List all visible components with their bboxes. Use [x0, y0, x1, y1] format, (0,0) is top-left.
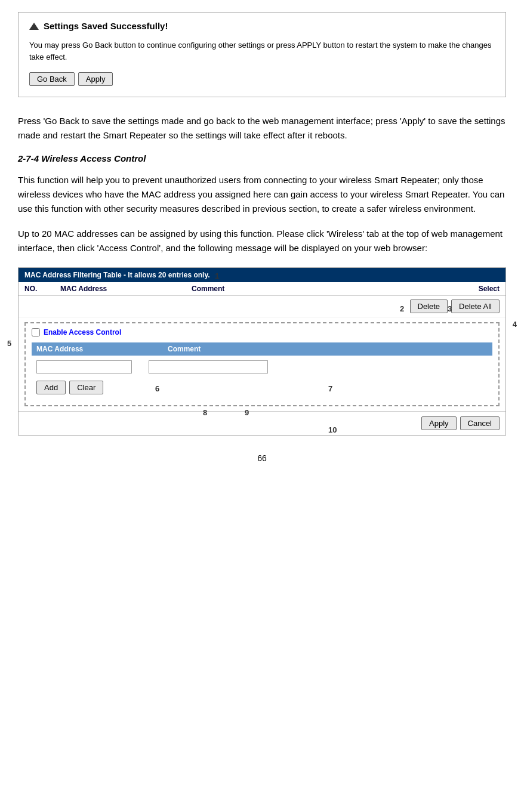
- inner-col-comment-label: Comment: [168, 345, 488, 353]
- mac-empty-row: Delete Delete All: [19, 296, 505, 317]
- mac-columns-header: NO. MAC Address Comment Select: [19, 282, 505, 296]
- annot-5: 5: [7, 339, 11, 348]
- mac-diagram-wrapper: MAC Address Filtering Table - It allows …: [18, 267, 506, 436]
- add-button[interactable]: Add: [36, 381, 66, 394]
- saved-body-text: You may press Go Back button to continue…: [29, 39, 495, 63]
- mac-table-box: MAC Address Filtering Table - It allows …: [18, 267, 506, 436]
- comment-input[interactable]: [149, 360, 268, 373]
- mac-header-label: MAC Address Filtering Table - It allows …: [24, 271, 210, 279]
- annot-4: 4: [513, 320, 517, 329]
- col-select-label: Select: [440, 285, 500, 293]
- inner-table-header: MAC Address Comment: [32, 342, 492, 356]
- section-heading: 2-7-4 Wireless Access Control: [18, 153, 506, 163]
- top-apply-button[interactable]: Apply: [78, 72, 113, 86]
- go-back-button[interactable]: Go Back: [29, 72, 75, 86]
- triangle-icon: [29, 23, 39, 30]
- saved-buttons-row: Go Back Apply: [29, 72, 495, 86]
- saved-title-text: Settings Saved Successfully!: [44, 21, 168, 31]
- enable-access-control-checkbox[interactable]: [32, 328, 40, 336]
- col-mac-label: MAC Address: [60, 285, 192, 293]
- mac-footer: Apply Cancel: [19, 411, 505, 435]
- add-clear-buttons: Add Clear: [32, 379, 492, 398]
- paragraph-1: Press 'Go Back to save the settings made…: [18, 114, 506, 143]
- clear-button[interactable]: Clear: [69, 381, 103, 394]
- delete-all-button[interactable]: Delete All: [451, 300, 500, 313]
- paragraph-2: This function will help you to prevent u…: [18, 173, 506, 216]
- mac-address-input[interactable]: [36, 360, 132, 373]
- col-comment-label: Comment: [192, 285, 440, 293]
- apply-button[interactable]: Apply: [421, 416, 457, 430]
- saved-title: Settings Saved Successfully!: [29, 21, 495, 31]
- inner-col-mac-label: MAC Address: [36, 345, 168, 353]
- delete-button[interactable]: Delete: [410, 300, 448, 313]
- enable-access-control-box: Enable Access Control MAC Address Commen…: [24, 322, 500, 406]
- enable-access-control-row: Enable Access Control: [32, 328, 492, 336]
- paragraph-3: Up to 20 MAC addresses can be assigned b…: [18, 227, 506, 255]
- enable-access-control-label: Enable Access Control: [44, 328, 121, 336]
- mac-header-bar: MAC Address Filtering Table - It allows …: [19, 268, 505, 282]
- col-no-label: NO.: [24, 285, 60, 293]
- cancel-button[interactable]: Cancel: [460, 416, 500, 430]
- add-input-row: [32, 358, 492, 376]
- saved-settings-box: Settings Saved Successfully! You may pre…: [18, 12, 506, 97]
- page-number: 66: [18, 453, 506, 463]
